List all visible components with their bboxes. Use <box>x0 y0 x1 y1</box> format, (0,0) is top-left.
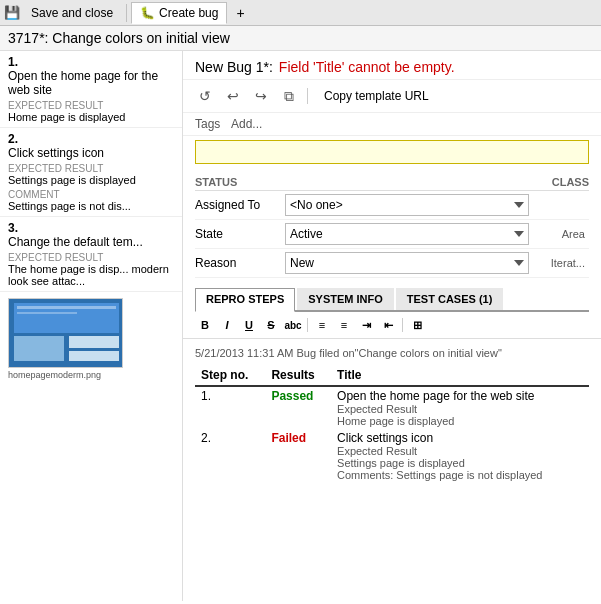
svg-rect-6 <box>17 312 77 314</box>
fmt-separator-2 <box>402 318 403 332</box>
tab-repro-steps[interactable]: REPRO STEPS <box>195 288 295 312</box>
bug-icon: 🐛 <box>140 6 155 20</box>
thumbnail-image <box>8 298 123 368</box>
bug-title-error: Field 'Title' cannot be empty. <box>279 59 455 75</box>
svg-rect-3 <box>69 336 119 348</box>
bug-header: New Bug 1*: Field 'Title' cannot be empt… <box>183 51 601 80</box>
main-toolbar: 💾 Save and close 🐛 Create bug + <box>0 0 601 26</box>
bold-button[interactable]: B <box>195 316 215 334</box>
left-panel: 1. Open the home page for the web site E… <box>0 51 183 601</box>
bug-content: 5/21/2013 11:31 AM Bug filed on"Change c… <box>183 339 601 487</box>
fmt-separator <box>307 318 308 332</box>
list-item: 1. Open the home page for the web site E… <box>0 51 182 128</box>
tab-test-cases[interactable]: TEST CASES (1) <box>396 288 504 310</box>
assigned-to-label: Assigned To <box>195 198 285 212</box>
step-result: Failed <box>265 429 331 483</box>
strikethrough-button[interactable]: S <box>261 316 281 334</box>
thumbnail-container: homepagemoderm.png <box>0 292 182 386</box>
bug-title-label: New Bug 1*: <box>195 59 273 75</box>
svg-rect-2 <box>14 336 64 361</box>
reason-select[interactable]: New <box>285 252 529 274</box>
state-select[interactable]: Active <box>285 223 529 245</box>
list-bullet-button[interactable]: ≡ <box>312 316 332 334</box>
outdent-button[interactable]: ⇤ <box>378 316 398 334</box>
indent-button[interactable]: ⇥ <box>356 316 376 334</box>
step-result: Passed <box>265 386 331 429</box>
table-row: 1. Passed Open the home page for the web… <box>195 386 589 429</box>
assigned-to-row: Assigned To <No one> <box>195 191 589 220</box>
svg-rect-5 <box>17 306 116 309</box>
page-title: 3717*: Change colors on initial view <box>0 26 601 51</box>
copy-template-url-button[interactable]: Copy template URL <box>324 89 429 103</box>
reason-label: Reason <box>195 256 285 270</box>
italic-button[interactable]: I <box>217 316 237 334</box>
list-item: 2. Click settings icon EXPECTED RESULT S… <box>0 128 182 217</box>
step-number: 1. <box>195 386 265 429</box>
refresh-icon[interactable]: ↺ <box>195 86 215 106</box>
create-bug-button[interactable]: 🐛 Create bug <box>131 2 227 24</box>
bug-meta: 5/21/2013 11:31 AM Bug filed on"Change c… <box>195 347 589 359</box>
tabs-row: REPRO STEPS SYSTEM INFO TEST CASES (1) <box>195 288 589 312</box>
tab-system-info[interactable]: SYSTEM INFO <box>297 288 394 310</box>
state-label: State <box>195 227 285 241</box>
action-icons-row: ↺ ↩ ↪ ⧉ Copy template URL <box>183 80 601 113</box>
tags-label: Tags <box>195 117 225 131</box>
reason-row: Reason New Iterat... <box>195 249 589 278</box>
insert-image-button[interactable]: ⊞ <box>407 316 427 334</box>
title-input-wrap <box>183 136 601 168</box>
tags-row: Tags Add... <box>183 113 601 136</box>
title-input[interactable] <box>195 140 589 164</box>
state-row: State Active Area <box>195 220 589 249</box>
svg-rect-4 <box>69 351 119 361</box>
right-panel: New Bug 1*: Field 'Title' cannot be empt… <box>183 51 601 601</box>
step-number: 2. <box>195 429 265 483</box>
step-title: Click settings icon Expected Result Sett… <box>331 429 589 483</box>
table-row: 2. Failed Click settings icon Expected R… <box>195 429 589 483</box>
col-step-num: Step no. <box>195 365 265 386</box>
save-and-close-button[interactable]: Save and close <box>22 2 122 24</box>
undo-icon[interactable]: ↩ <box>223 86 243 106</box>
tags-add-button[interactable]: Add... <box>231 117 262 131</box>
icon-separator <box>307 88 308 104</box>
col-title: Title <box>331 365 589 386</box>
toolbar-separator <box>126 4 127 22</box>
list-number-button[interactable]: ≡ <box>334 316 354 334</box>
add-tab-button[interactable]: + <box>229 2 251 24</box>
col-results: Results <box>265 365 331 386</box>
disk-icon: 💾 <box>4 5 20 20</box>
code-button[interactable]: abc <box>283 316 303 334</box>
assigned-to-select[interactable]: <No one> <box>285 194 529 216</box>
main-container: 1. Open the home page for the web site E… <box>0 51 601 601</box>
underline-button[interactable]: U <box>239 316 259 334</box>
steps-table: Step no. Results Title 1. Passed Open th… <box>195 365 589 483</box>
status-header: STATUS CLASS <box>195 172 589 191</box>
list-item: 3. Change the default tem... EXPECTED RE… <box>0 217 182 292</box>
step-title: Open the home page for the web site Expe… <box>331 386 589 429</box>
format-bar: B I U S abc ≡ ≡ ⇥ ⇤ ⊞ <box>183 312 601 339</box>
status-section: STATUS CLASS Assigned To <No one> State … <box>183 168 601 282</box>
copy-icon[interactable]: ⧉ <box>279 86 299 106</box>
redo-icon[interactable]: ↪ <box>251 86 271 106</box>
